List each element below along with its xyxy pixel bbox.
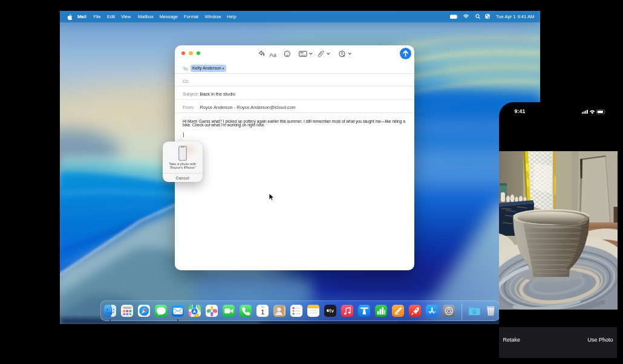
svg-text:1: 1 (261, 308, 264, 316)
svg-text:Aa: Aa (270, 51, 277, 58)
